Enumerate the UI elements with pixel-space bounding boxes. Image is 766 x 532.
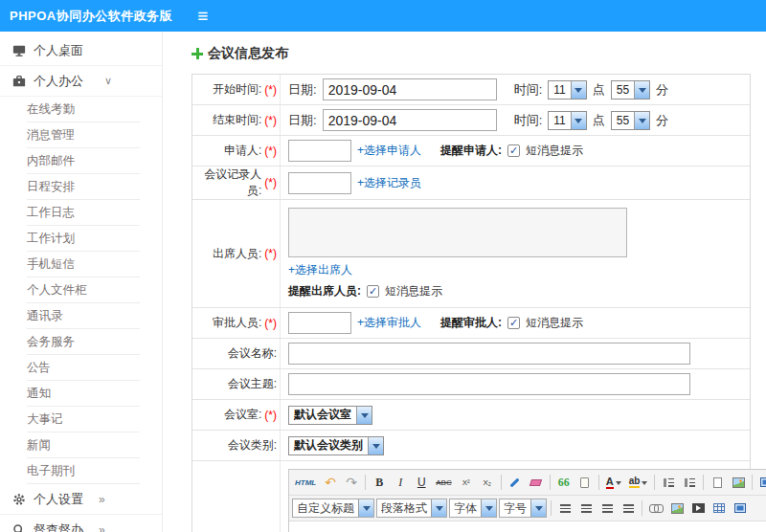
meeting-category-select[interactable]: 默认会议类别 (288, 436, 384, 455)
blockquote-button[interactable]: 66 (554, 473, 574, 492)
sidebar-item-personal-office[interactable]: 个人办公 ∨ (0, 66, 162, 97)
insert-image-button[interactable] (729, 473, 748, 492)
underline-button[interactable]: U (412, 473, 431, 492)
sidebar-item-meeting-service[interactable]: 会务服务 (27, 329, 140, 355)
select-arrow-icon (571, 112, 586, 129)
sidebar-item-work-log[interactable]: 工作日志 (27, 200, 140, 226)
align-justify-icon (623, 504, 634, 513)
sidebar-item-work-plan[interactable]: 工作计划 (27, 226, 140, 252)
sidebar-item-schedule[interactable]: 日程安排 (27, 174, 140, 200)
remove-format-button[interactable] (527, 473, 546, 492)
align-left-button[interactable] (555, 499, 574, 518)
end-hour-select[interactable]: 11 (548, 111, 586, 130)
attendees-sms-checkbox[interactable] (367, 285, 379, 298)
html-source-button[interactable]: HTML (292, 473, 319, 492)
insert-table-button[interactable] (710, 499, 729, 518)
bold-button[interactable]: B (370, 473, 389, 492)
sidebar-item-contacts[interactable]: 通讯录 (27, 303, 140, 329)
form-row-meeting-category: 会议类别: 默认会议类别 (192, 431, 750, 461)
sidebar-submenu: 在线考勤 消息管理 内部邮件 日程安排 工作日志 工作计划 手机短信 个人文件柜… (0, 97, 162, 484)
highlight-color-button[interactable]: ab (626, 473, 651, 492)
meeting-name-input[interactable] (288, 343, 690, 365)
chevron-right-icon: » (99, 493, 105, 506)
fullscreen-button[interactable] (756, 473, 766, 492)
redo-button[interactable]: ↷ (342, 473, 361, 492)
start-hour-select[interactable]: 11 (548, 80, 586, 100)
form-row-start-time: 开始时间:(*) 日期: 时间: 11 点 55 分 (192, 75, 750, 105)
select-arrow-icon (634, 81, 649, 99)
editor-content-area[interactable] (289, 521, 766, 532)
align-justify-button[interactable] (619, 499, 638, 518)
align-center-button[interactable] (576, 499, 596, 518)
format-brush-button[interactable] (506, 473, 525, 492)
choose-approver-link[interactable]: +选择审批人 (357, 315, 421, 331)
rich-text-editor: HTML ↶ ↷ B I U ABC X² X₂ (288, 469, 766, 532)
insert-grid-button[interactable] (731, 499, 750, 518)
image-icon (732, 477, 745, 488)
meeting-form: 开始时间:(*) 日期: 时间: 11 点 55 分 (192, 74, 751, 532)
sidebar-item-news[interactable]: 新闻 (27, 432, 140, 458)
form-row-content-editor: HTML ↶ ↷ B I U ABC X² X₂ (192, 461, 750, 532)
paste-button[interactable] (575, 473, 595, 492)
insert-picture-button[interactable] (667, 499, 687, 518)
sidebar-item-personal-desktop[interactable]: 个人桌面 (0, 35, 162, 66)
end-date-input[interactable] (323, 109, 497, 131)
choose-recorder-link[interactable]: +选择记录员 (357, 175, 421, 191)
recorder-input[interactable] (288, 172, 351, 194)
start-minute-select[interactable]: 55 (611, 80, 650, 100)
sidebar-item-events[interactable]: 大事记 (27, 407, 140, 432)
insert-link-button[interactable] (646, 499, 665, 518)
applicant-input[interactable] (288, 140, 351, 162)
font-size-select[interactable]: 字号 (499, 499, 547, 518)
form-row-approver: 审批人员:(*) +选择审批人 提醒审批人: 短消息提示 (192, 308, 750, 339)
font-family-select[interactable]: 字体 (449, 499, 497, 518)
sidebar-item-message-management[interactable]: 消息管理 (27, 122, 140, 148)
link-icon (649, 504, 663, 512)
sidebar-item-notice[interactable]: 通知 (27, 381, 140, 407)
remind-attendees-label: 提醒出席人员: (288, 283, 361, 299)
sidebar-item-e-journal[interactable]: 电子期刊 (27, 458, 140, 484)
approver-input[interactable] (288, 312, 351, 334)
choose-applicant-link[interactable]: +选择申请人 (357, 143, 421, 159)
heading-style-select[interactable]: 自定义标题 (292, 499, 374, 518)
applicant-sms-checkbox[interactable] (507, 144, 520, 157)
unordered-list-button[interactable] (680, 473, 699, 492)
paragraph-format-select[interactable]: 段落格式 (376, 499, 447, 518)
form-row-meeting-room: 会议室:(*) 默认会议室 (192, 400, 750, 431)
start-date-input[interactable] (323, 78, 497, 100)
choose-attendees-link[interactable]: +选择出席人 (288, 262, 352, 278)
attendees-textarea[interactable] (288, 208, 627, 257)
font-color-button[interactable]: A (603, 473, 624, 492)
hamburger-menu-icon[interactable]: ≡ (197, 7, 208, 25)
undo-button[interactable]: ↶ (321, 473, 340, 492)
sidebar-item-internal-mail[interactable]: 内部邮件 (27, 148, 140, 174)
insert-media-button[interactable] (688, 499, 708, 518)
toolbar-separator (551, 500, 552, 516)
sidebar-item-sms[interactable]: 手机短信 (27, 252, 140, 277)
sidebar-item-announcement[interactable]: 公告 (27, 355, 140, 381)
sidebar-item-file-cabinet[interactable]: 个人文件柜 (27, 277, 140, 303)
unordered-list-icon (685, 478, 695, 487)
meeting-topic-input[interactable] (288, 373, 690, 395)
subscript-button[interactable]: X₂ (478, 473, 497, 492)
end-minute-select[interactable]: 55 (611, 111, 650, 130)
approver-sms-checkbox[interactable] (507, 317, 520, 329)
date-label: 日期: (288, 81, 317, 99)
sidebar-item-online-attendance[interactable]: 在线考勤 (27, 97, 140, 122)
strikethrough-button[interactable]: ABC (433, 473, 454, 492)
align-right-button[interactable] (597, 499, 617, 518)
remind-approver-label: 提醒审批人: (440, 315, 502, 331)
sidebar-item-personal-settings[interactable]: 个人设置 » (0, 484, 162, 515)
new-page-button[interactable] (708, 473, 727, 492)
ordered-list-button[interactable] (659, 473, 678, 492)
app-title: PHPOA协同办公软件政务版 (10, 8, 172, 25)
italic-button[interactable]: I (391, 473, 410, 492)
select-arrow-icon (571, 81, 586, 99)
sidebar-item-supervision[interactable]: 督查督办 » (0, 515, 162, 532)
meeting-room-select[interactable]: 默认会议室 (288, 406, 372, 425)
dropdown-arrow-icon (642, 481, 647, 488)
eraser-icon (529, 479, 542, 486)
toolbar-separator (550, 475, 551, 490)
field-label: 开始时间:(*) (192, 75, 281, 104)
superscript-button[interactable]: X² (457, 473, 476, 492)
